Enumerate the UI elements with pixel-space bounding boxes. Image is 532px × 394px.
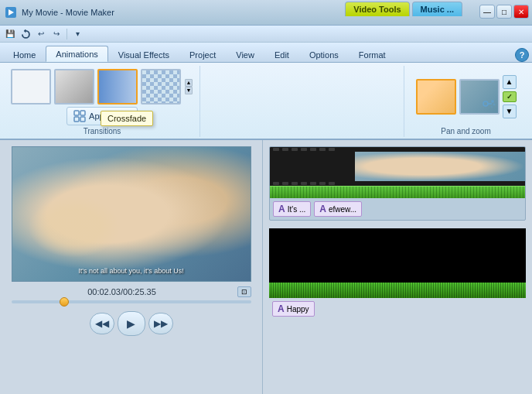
- ribbon-spacer: [200, 66, 404, 137]
- text-clip-icon: A: [278, 204, 285, 214]
- apply-all-icon: [73, 110, 86, 122]
- music-tools-tab[interactable]: Music ...: [412, 2, 462, 16]
- svg-point-9: [493, 103, 495, 105]
- pan-zoom-scroll-up[interactable]: ▲: [503, 75, 517, 89]
- film-hole: [292, 148, 298, 151]
- happy-clip-label: Happy: [287, 305, 309, 313]
- pan-zoom-controls: ▲ ✓ ▼: [503, 75, 517, 118]
- svg-point-6: [483, 101, 488, 106]
- film-hole: [273, 182, 279, 185]
- transition-gray[interactable]: [54, 69, 94, 104]
- playback-controls: ◀◀ ▶ ▶▶: [90, 311, 173, 336]
- scroll-down-button[interactable]: ▼: [185, 87, 193, 94]
- text-clip-its[interactable]: A It's ...: [273, 201, 311, 217]
- transition-checker[interactable]: [141, 69, 181, 104]
- happy-clip-icon: A: [278, 303, 285, 314]
- audio-waveform: [270, 187, 525, 198]
- svg-point-8: [491, 100, 494, 103]
- main-content: It's not all about you, it's about Us! 0…: [0, 140, 532, 394]
- play-button[interactable]: ▶: [118, 311, 145, 336]
- film-hole: [282, 148, 288, 151]
- qa-save-button[interactable]: 💾: [3, 27, 17, 41]
- film-frame: [355, 152, 525, 181]
- audio-waveform-bar: [270, 186, 525, 198]
- pan-zoom-items: ▲ ✓ ▼: [416, 67, 517, 125]
- video-preview: It's not all about you, it's about Us!: [12, 146, 251, 282]
- title-bar: My Movie - Movie Maker Video Tools Music…: [0, 0, 532, 26]
- video-tools-tab[interactable]: Video Tools: [345, 2, 409, 16]
- close-button[interactable]: ✕: [513, 5, 529, 19]
- svg-rect-5: [80, 117, 85, 122]
- preview-caption: It's not all about you, it's about Us!: [78, 267, 184, 275]
- film-hole: [310, 182, 316, 185]
- time-counter: 00:02.03/00:25.35: [12, 287, 233, 296]
- tool-tabs: Video Tools Music ...: [345, 2, 462, 16]
- tab-home[interactable]: Home: [3, 46, 46, 62]
- apply-all-button[interactable]: Apply to all: [66, 107, 138, 125]
- tab-animations[interactable]: Animations: [46, 46, 107, 62]
- music-waveform-bar: [269, 283, 526, 298]
- qa-refresh-button[interactable]: [19, 27, 32, 41]
- svg-rect-4: [74, 117, 79, 122]
- pan-zoom-thumb1[interactable]: [416, 79, 456, 115]
- quick-access-toolbar: 💾 ↩ ↪ ▾: [0, 26, 532, 43]
- transition-blank[interactable]: [11, 69, 51, 104]
- transitions-label: Transitions: [84, 127, 121, 135]
- help-button[interactable]: ?: [515, 48, 529, 62]
- seek-bar[interactable]: [12, 300, 251, 303]
- video-track: A It's ... A efwew...: [269, 146, 526, 221]
- svg-rect-3: [80, 111, 85, 115]
- happy-text-clip[interactable]: A Happy: [272, 301, 315, 317]
- preview-panel: It's not all about you, it's about Us! 0…: [0, 140, 263, 394]
- text-clips: A It's ... A efwew...: [270, 198, 525, 220]
- next-frame-button[interactable]: ▶▶: [148, 313, 173, 334]
- transitions-scrollbar: ▲ ▼: [184, 77, 193, 96]
- maximize-button[interactable]: □: [496, 5, 512, 19]
- seek-thumb[interactable]: [60, 297, 69, 307]
- tab-format[interactable]: Format: [349, 46, 396, 62]
- qa-redo-button[interactable]: ↪: [49, 27, 63, 41]
- window-controls: — □ ✕: [479, 5, 529, 19]
- app-icon: [5, 6, 17, 19]
- qa-undo-button[interactable]: ↩: [34, 27, 48, 41]
- timeline-panel: A It's ... A efwew... A Happy: [263, 140, 532, 394]
- seek-track[interactable]: [12, 300, 251, 303]
- film-hole: [301, 148, 307, 151]
- transitions-group: ▲ ▼ Apply to all Transitions: [5, 66, 200, 137]
- film-hole: [319, 148, 326, 151]
- spray-icon: [481, 96, 496, 111]
- expand-preview-button[interactable]: ⊡: [237, 286, 251, 297]
- film-hole: [301, 182, 307, 185]
- film-hole: [310, 148, 316, 151]
- ribbon-content: ▲ ▼ Apply to all Transitions: [0, 63, 532, 140]
- ribbon-tabs: Home Animations Visual Effects Project V…: [0, 43, 532, 63]
- text-clip-efwew[interactable]: A efwew...: [314, 201, 362, 217]
- pan-zoom-check[interactable]: ✓: [503, 91, 517, 102]
- pan-zoom-scroll-down[interactable]: ▼: [503, 104, 517, 118]
- minimize-button[interactable]: —: [479, 5, 495, 19]
- happy-clip-container: A Happy: [269, 298, 526, 320]
- tab-options[interactable]: Options: [299, 46, 349, 62]
- black-clip[interactable]: [269, 228, 526, 283]
- time-display: 00:02.03/00:25.35 ⊡: [12, 286, 251, 297]
- music-waveform: [269, 283, 526, 298]
- prev-frame-button[interactable]: ◀◀: [90, 313, 114, 334]
- qa-divider: [66, 29, 67, 39]
- pan-zoom-group: ▲ ✓ ▼ Pan and zoom: [404, 66, 527, 137]
- transition-crossfade[interactable]: [97, 69, 138, 104]
- pan-zoom-label: Pan and zoom: [441, 127, 491, 135]
- scroll-up-button[interactable]: ▲: [185, 79, 193, 87]
- svg-rect-2: [74, 111, 79, 115]
- tab-view[interactable]: View: [226, 46, 264, 62]
- transition-items: ▲ ▼: [11, 67, 193, 105]
- film-hole: [282, 182, 288, 185]
- tab-project[interactable]: Project: [179, 46, 226, 62]
- pan-zoom-thumb2[interactable]: [459, 79, 500, 115]
- tab-edit[interactable]: Edit: [264, 46, 299, 62]
- qa-dropdown-button[interactable]: ▾: [70, 27, 84, 41]
- text-clip-icon2: A: [319, 204, 326, 214]
- text-clip-efwew-label: efwew...: [329, 205, 356, 214]
- tab-visual-effects[interactable]: Visual Effects: [108, 46, 179, 62]
- film-hole: [329, 182, 335, 185]
- text-clip-its-label: It's ...: [288, 205, 306, 214]
